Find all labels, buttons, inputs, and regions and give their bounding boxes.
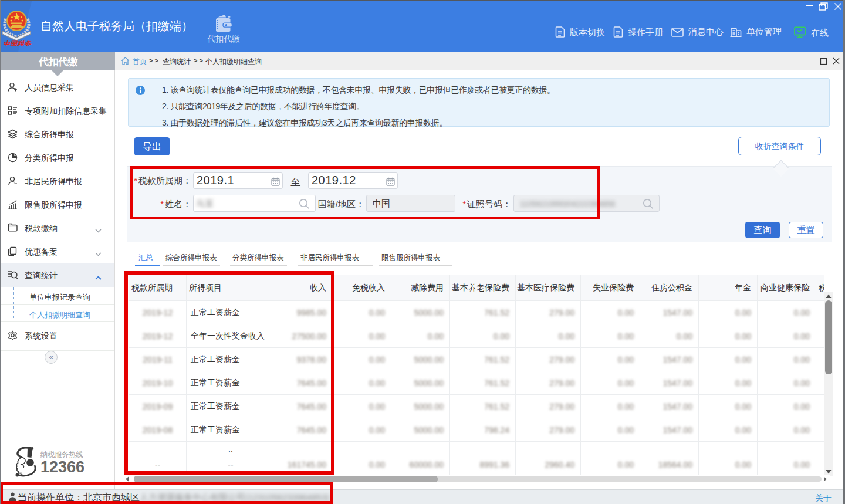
svg-text:务: 务 (24, 40, 32, 46)
svg-text:税: 税 (16, 40, 25, 46)
